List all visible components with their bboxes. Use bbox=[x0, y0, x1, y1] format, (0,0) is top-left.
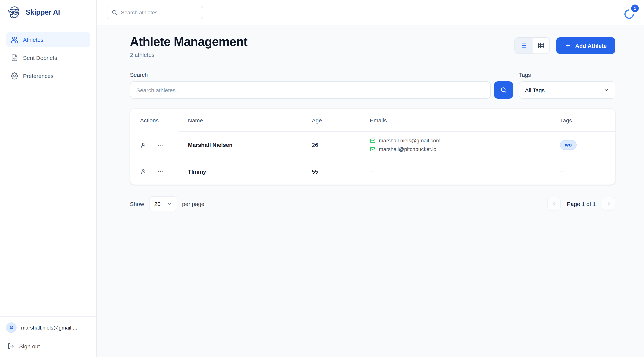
athletes-table: Actions Name Age Emails Tags bbox=[130, 108, 616, 185]
mail-icon bbox=[370, 146, 376, 152]
grid-icon bbox=[538, 42, 544, 49]
ellipsis-icon bbox=[157, 142, 164, 148]
user-email: marshall.niels@gmail.... bbox=[21, 324, 77, 331]
header-controls: Add Athlete bbox=[515, 37, 616, 54]
page-content: Athlete Management 2 athletes bbox=[97, 25, 644, 211]
email-text: marshall.niels@gmail.com bbox=[379, 138, 440, 144]
pager: Page 1 of 1 bbox=[548, 197, 616, 210]
email-entry: marshall@pitchbucket.io bbox=[370, 146, 436, 152]
brand-logo-icon bbox=[6, 4, 22, 20]
column-header-actions: Actions bbox=[140, 109, 178, 132]
row-menu-button[interactable] bbox=[157, 168, 164, 174]
page-size-value: 20 bbox=[154, 200, 160, 207]
athlete-age: 55 bbox=[302, 158, 360, 184]
page-size-control: Show 20 per page bbox=[130, 196, 204, 211]
sign-out-label: Sign out bbox=[19, 343, 40, 349]
sign-out-button[interactable]: Sign out bbox=[6, 343, 90, 350]
filter-search-group: Search bbox=[130, 72, 513, 99]
athlete-profile-button[interactable] bbox=[140, 142, 146, 148]
global-search-input[interactable] bbox=[121, 10, 198, 16]
file-check-icon bbox=[11, 54, 18, 61]
next-page-button[interactable] bbox=[602, 197, 616, 210]
page-header: Athlete Management 2 athletes bbox=[130, 35, 616, 58]
row-menu-button[interactable] bbox=[157, 142, 164, 148]
user-icon bbox=[140, 142, 146, 148]
pagination-bar: Show 20 per page Page 1 bbox=[130, 196, 616, 211]
notification-count-badge: 1 bbox=[631, 4, 639, 12]
sidebar-item-sent-debriefs[interactable]: Sent Debriefs bbox=[6, 50, 90, 65]
athlete-emails: marshall.niels@gmail.com marshall@pitchb… bbox=[360, 132, 550, 158]
list-icon bbox=[520, 42, 527, 49]
chevron-right-icon bbox=[606, 201, 612, 206]
table-header-row: Actions Name Age Emails Tags bbox=[130, 109, 615, 132]
plus-icon bbox=[565, 42, 571, 48]
sidebar-nav: Athletes Sent Debriefs Preferences bbox=[0, 25, 96, 90]
add-athlete-button[interactable]: Add Athlete bbox=[556, 37, 616, 54]
sidebar-item-label: Preferences bbox=[23, 72, 54, 79]
athlete-emails: -- bbox=[360, 158, 550, 184]
email-text: marshall@pitchbucket.io bbox=[379, 146, 436, 152]
chevron-down-icon bbox=[603, 87, 609, 93]
tags-select-value: All Tags bbox=[525, 87, 545, 93]
grid-view-button[interactable] bbox=[532, 38, 550, 54]
tags-label: Tags bbox=[519, 72, 616, 78]
sidebar: Skipper AI Athletes Sent Debriefs Prefer… bbox=[0, 0, 97, 357]
emails-empty: -- bbox=[370, 168, 374, 174]
user-account[interactable]: marshall.niels@gmail.... bbox=[6, 322, 90, 333]
tags-empty: -- bbox=[560, 168, 564, 174]
app-window: Skipper AI Athletes Sent Debriefs Prefer… bbox=[0, 0, 644, 357]
global-search[interactable] bbox=[106, 6, 203, 19]
search-icon bbox=[112, 10, 118, 16]
page-info: Page 1 of 1 bbox=[567, 200, 596, 207]
column-header-name: Name bbox=[178, 109, 302, 132]
add-athlete-label: Add Athlete bbox=[575, 42, 607, 49]
search-submit-button[interactable] bbox=[494, 81, 513, 99]
sync-status[interactable]: 1 bbox=[624, 4, 639, 20]
tag-badge: wo bbox=[560, 140, 576, 150]
mail-icon bbox=[370, 138, 376, 143]
row-actions bbox=[140, 158, 178, 184]
topbar: 1 bbox=[97, 0, 644, 25]
sidebar-header: Skipper AI bbox=[0, 0, 96, 25]
sidebar-footer: marshall.niels@gmail.... Sign out bbox=[0, 316, 96, 357]
user-icon bbox=[140, 168, 146, 174]
ellipsis-icon bbox=[157, 168, 164, 174]
gear-icon bbox=[11, 72, 18, 79]
chevron-left-icon bbox=[551, 201, 557, 206]
athlete-name: TImmy bbox=[178, 158, 302, 184]
table-row: TImmy 55 -- -- bbox=[130, 158, 615, 184]
list-view-button[interactable] bbox=[515, 38, 532, 54]
page-size-select[interactable]: 20 bbox=[149, 196, 177, 211]
view-toggle bbox=[515, 37, 550, 54]
search-icon bbox=[500, 86, 507, 94]
column-header-tags: Tags bbox=[550, 109, 615, 132]
athlete-search-input[interactable] bbox=[130, 81, 491, 99]
athlete-tags: wo bbox=[550, 132, 615, 158]
sidebar-item-label: Athletes bbox=[23, 36, 43, 43]
chevron-down-icon bbox=[167, 201, 172, 206]
show-label: Show bbox=[130, 200, 144, 207]
filters-bar: Search Tags All Tags bbox=[130, 72, 616, 99]
email-entry: marshall.niels@gmail.com bbox=[370, 138, 440, 144]
brand-name: Skipper AI bbox=[26, 8, 60, 16]
per-page-label: per page bbox=[182, 200, 204, 207]
athlete-age: 26 bbox=[302, 132, 360, 158]
main-area: 1 Athlete Management 2 athletes bbox=[97, 0, 644, 357]
filter-tags-group: Tags All Tags bbox=[519, 72, 616, 99]
athlete-name: Marshall Nielsen bbox=[178, 132, 302, 158]
users-icon bbox=[11, 36, 18, 43]
logout-icon bbox=[8, 343, 14, 350]
previous-page-button[interactable] bbox=[548, 197, 561, 210]
row-actions bbox=[140, 132, 178, 158]
avatar bbox=[6, 322, 16, 333]
athlete-tags: -- bbox=[550, 158, 615, 184]
sidebar-item-athletes[interactable]: Athletes bbox=[6, 32, 90, 47]
sidebar-item-label: Sent Debriefs bbox=[23, 54, 57, 61]
page-title-block: Athlete Management 2 athletes bbox=[130, 35, 248, 58]
search-label: Search bbox=[130, 72, 513, 78]
tags-select[interactable]: All Tags bbox=[519, 81, 616, 99]
athlete-profile-button[interactable] bbox=[140, 168, 146, 174]
sidebar-item-preferences[interactable]: Preferences bbox=[6, 68, 90, 83]
column-header-age: Age bbox=[302, 109, 360, 132]
search-row bbox=[130, 81, 513, 99]
